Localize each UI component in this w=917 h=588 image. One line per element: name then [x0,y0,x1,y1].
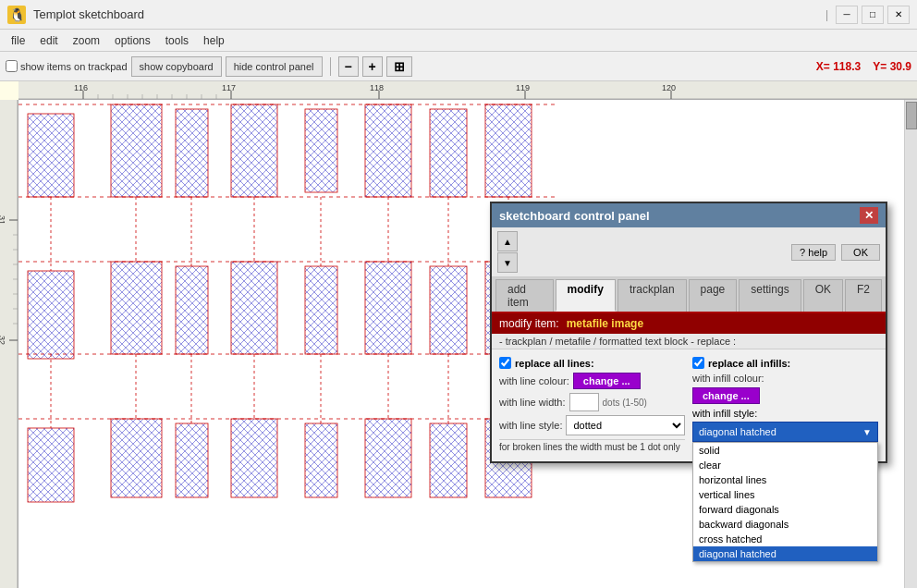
lines-section-header: replace all lines: [499,357,685,369]
scrollbar-thumb[interactable] [906,102,917,129]
svg-rect-42 [365,104,411,197]
infill-option-horizontal[interactable]: horizontal lines [693,472,877,487]
item-type-label: metafile image [567,317,643,330]
coord-display: X= 118.3 Y= 30.9 [816,60,911,73]
tab-ok[interactable]: OK [803,279,843,312]
svg-rect-40 [231,104,277,197]
svg-rect-61 [305,423,337,497]
menu-zoom[interactable]: zoom [66,32,107,49]
scrollbar-vertical[interactable] [904,100,917,588]
menu-tools[interactable]: tools [158,32,196,49]
replace-lines-checkbox[interactable] [499,357,511,369]
toolbar-separator-1 [330,57,331,76]
line-style-row: with line style: solid dotted dashed das… [499,415,685,435]
line-style-label: with line style: [499,420,562,431]
ruler-vertical: 31 32 [0,100,18,588]
show-copyboard-button[interactable]: show copyboard [131,56,222,77]
modify-header: modify item: metafile image [492,313,886,334]
tab-settings[interactable]: settings [739,279,801,312]
app-icon: 🐧 [7,6,26,24]
toolbar: show items on trackpad show copyboard hi… [0,52,917,81]
dialog-title-text: sketchboard control panel [499,209,650,223]
dialog-close-button[interactable]: ✕ [860,207,878,224]
line-style-select[interactable]: solid dotted dashed dash-dot [566,415,685,435]
infill-option-solid[interactable]: solid [693,443,877,458]
svg-rect-37 [28,114,74,197]
svg-text:118: 118 [370,83,384,92]
line-colour-row: with line colour: change ... [499,373,685,389]
infill-option-forward[interactable]: forward diagonals [693,502,877,517]
svg-rect-60 [231,419,277,497]
infill-style-label: with infill style: [692,408,878,419]
dialog-nav-up-button[interactable]: ▲ [497,231,518,251]
infill-option-backward[interactable]: backward diagonals [693,517,877,532]
infill-style-container: diagonal hatched ▼ solid clear horizonta… [692,422,878,442]
dialog-help-button[interactable]: ? help [791,244,836,261]
svg-rect-58 [111,419,162,497]
svg-rect-44 [485,104,532,197]
infills-section-header: replace all infills: [692,357,878,369]
infill-option-clear[interactable]: clear [693,458,877,472]
svg-rect-39 [176,109,208,197]
title-bar-divider: | [825,8,828,21]
line-width-input[interactable]: 1 [569,393,599,411]
replace-infills-checkbox[interactable] [692,357,704,369]
svg-text:117: 117 [222,83,236,92]
svg-rect-51 [305,266,337,354]
svg-text:32: 32 [0,336,6,345]
svg-text:31: 31 [0,215,6,225]
right-column: replace all infills: with infill colour:… [692,357,878,454]
svg-text:116: 116 [74,83,88,92]
dialog-nav-down-button[interactable]: ▼ [497,252,518,273]
zoom-out-button[interactable]: − [338,56,359,77]
modify-label: modify item: [499,317,559,330]
menu-edit[interactable]: edit [32,32,65,49]
menu-help[interactable]: help [196,32,232,49]
svg-rect-47 [28,271,74,359]
tab-add-item[interactable]: add item [495,279,554,312]
svg-rect-57 [28,428,74,502]
line-width-label: with line width: [499,397,566,408]
svg-text:120: 120 [662,83,676,92]
svg-rect-63 [430,423,467,497]
line-colour-label: with line colour: [499,375,569,386]
minimize-button[interactable]: ─ [836,6,858,24]
infill-option-diagonal[interactable]: diagonal hatched [693,546,877,561]
infill-option-vertical[interactable]: vertical lines [693,487,877,502]
tab-page[interactable]: page [689,279,738,312]
dialog-ok-top-button[interactable]: OK [841,244,880,261]
breadcrumb: - trackplan / metafile / formatted text … [492,334,886,349]
dropdown-arrow-icon: ▼ [862,427,872,437]
infill-option-cross[interactable]: cross hatched [693,532,877,546]
hide-panel-button[interactable]: hide control panel [226,56,323,77]
left-column: replace all lines: with line colour: cha… [499,357,685,454]
change-line-colour-button[interactable]: change ... [573,373,641,389]
maximize-button[interactable]: □ [862,6,884,24]
line-width-unit: dots (1-50) [603,398,647,408]
menu-options[interactable]: options [107,32,158,49]
infill-style-selected[interactable]: diagonal hatched ▼ [692,422,878,442]
title-bar: 🐧 Templot sketchboard | ─ □ ✕ [0,0,917,30]
fit-button[interactable]: ⊞ [386,56,412,77]
svg-rect-48 [111,262,162,354]
tab-f2[interactable]: F2 [845,279,882,312]
change-infill-colour-button[interactable]: change ... [692,387,760,404]
close-button[interactable]: ✕ [887,6,910,24]
control-panel-dialog: sketchboard control panel ✕ ▲ ▼ ? help O… [490,202,887,463]
infill-colour-row: with infill colour: [692,373,878,384]
svg-rect-59 [176,423,208,497]
menu-bar: file edit zoom options tools help [0,30,917,52]
svg-rect-52 [365,262,411,354]
zoom-in-button[interactable]: + [362,56,383,77]
menu-file[interactable]: file [4,32,32,49]
infill-style-dropdown: solid clear horizontal lines vertical li… [692,442,878,562]
svg-rect-50 [231,262,277,354]
svg-rect-41 [305,109,337,192]
tab-modify[interactable]: modify [556,279,616,312]
svg-text:119: 119 [516,83,530,92]
ruler-horizontal: 116 117 118 119 120 [18,81,917,100]
show-trackpad-label[interactable]: show items on trackpad [6,60,128,72]
tab-trackplan[interactable]: trackplan [617,279,687,312]
dialog-title-bar: sketchboard control panel ✕ [492,203,886,227]
show-trackpad-checkbox[interactable] [6,60,18,72]
